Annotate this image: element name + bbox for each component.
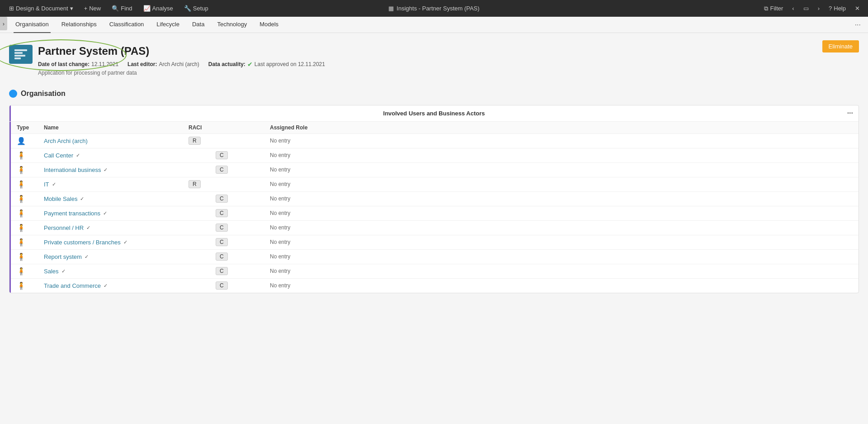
data-actuality: Data actuality: ✔ Last approved on 12.11… xyxy=(208,61,325,68)
close-icon: ✕ xyxy=(855,5,860,12)
name-link[interactable]: Private customers / Branches xyxy=(44,239,121,246)
type-cell: 🧍 xyxy=(17,166,44,174)
window-icon: ▭ xyxy=(803,5,809,12)
app-icon xyxy=(9,45,33,64)
table-more-button[interactable]: ··· xyxy=(847,109,853,117)
collapse-sidebar-button[interactable]: › xyxy=(0,17,7,30)
type-cell: 🧍 xyxy=(17,195,44,203)
icon-wrapper xyxy=(9,45,33,64)
role-cell: No entry xyxy=(270,181,851,187)
subnav-more-button[interactable]: ··· xyxy=(855,21,861,29)
filter-button[interactable]: ⧉ Filter xyxy=(760,0,787,17)
raci-badge: C xyxy=(216,252,228,261)
eliminate-btn[interactable]: Eliminate xyxy=(822,40,859,52)
window-button[interactable]: ▭ xyxy=(800,0,812,17)
table-row: 🧍 Payment transactions ✓ C No entry xyxy=(9,206,859,221)
name-link[interactable]: Report system xyxy=(44,253,82,260)
svg-rect-3 xyxy=(14,57,21,59)
group-icon: 🧍 xyxy=(17,282,26,290)
involved-users-table-card: Involved Users and Business Actors ··· T… xyxy=(9,105,859,293)
group-icon: 🧍 xyxy=(17,238,26,246)
tab-organisation[interactable]: Organisation xyxy=(14,17,51,33)
table-card-header: Involved Users and Business Actors ··· xyxy=(9,105,859,122)
type-cell: 🧍 xyxy=(17,252,44,261)
topbar-left: ⊞ Design & Document ▾ + New 🔍 Find 📈 Ana… xyxy=(5,0,213,17)
table-row: 🧍 Report system ✓ C No entry xyxy=(9,250,859,264)
tab-models[interactable]: Models xyxy=(258,17,280,33)
eliminate-button[interactable]: Eliminate xyxy=(822,45,859,52)
name-link[interactable]: Payment transactions xyxy=(44,210,100,217)
date-value: 12.11.2021 xyxy=(91,61,118,67)
name-cell: Arch Archi (arch) xyxy=(44,138,189,144)
role-cell: No entry xyxy=(270,195,851,202)
type-cell: 🧍 xyxy=(17,224,44,232)
table-row: 🧍 Call Center ✓ C No entry xyxy=(9,148,859,163)
close-button[interactable]: ✕ xyxy=(851,0,863,17)
role-cell: No entry xyxy=(270,152,851,158)
role-cell: No entry xyxy=(270,282,851,289)
raci-cell: R xyxy=(189,137,270,145)
type-cell: 🧍 xyxy=(17,267,44,276)
tab-relationships[interactable]: Relationships xyxy=(60,17,99,33)
setup-label: Setup xyxy=(193,5,208,12)
header-text-block: Partner System (PAS) Date of last change… xyxy=(38,45,325,76)
tab-data[interactable]: Data xyxy=(190,17,206,33)
role-cell: No entry xyxy=(270,138,851,144)
raci-cell: C xyxy=(189,151,270,159)
role-cell: No entry xyxy=(270,253,851,260)
checkmark-icon: ✓ xyxy=(52,181,56,187)
topbar: ⊞ Design & Document ▾ + New 🔍 Find 📈 Ana… xyxy=(0,0,868,17)
brand-menu[interactable]: ⊞ Design & Document ▾ xyxy=(5,0,78,17)
center-icon: ▦ xyxy=(388,5,394,12)
brand-label: Design & Document xyxy=(16,5,68,12)
name-link[interactable]: Sales xyxy=(44,268,59,275)
checkmark-icon: ✓ xyxy=(76,152,80,158)
raci-cell: C xyxy=(189,166,270,174)
section-dot xyxy=(9,90,17,98)
name-link[interactable]: Call Center xyxy=(44,152,73,159)
main-content: Partner System (PAS) Date of last change… xyxy=(0,33,868,424)
name-cell: Trade and Commerce ✓ xyxy=(44,282,189,289)
tab-lifecycle[interactable]: Lifecycle xyxy=(155,17,181,33)
prev-button[interactable]: ‹ xyxy=(788,0,797,17)
checkmark-icon: ✓ xyxy=(104,283,108,289)
table-left-accent xyxy=(9,105,11,293)
raci-badge: R xyxy=(189,180,201,188)
help-icon: ? xyxy=(829,5,832,12)
raci-cell: C xyxy=(189,252,270,261)
next-icon: › xyxy=(818,5,820,12)
name-link[interactable]: Arch Archi (arch) xyxy=(44,138,88,144)
name-link[interactable]: Mobile Sales xyxy=(44,195,77,202)
find-button[interactable]: 🔍 Find xyxy=(107,0,137,17)
actuality-value: Last approved on 12.11.2021 xyxy=(255,61,325,67)
tab-classification[interactable]: Classification xyxy=(108,17,146,33)
setup-button[interactable]: 🔧 Setup xyxy=(179,0,213,17)
name-cell: IT ✓ xyxy=(44,181,189,188)
checkmark-icon: ✓ xyxy=(123,239,127,245)
new-button[interactable]: + New xyxy=(80,0,106,17)
table-row: 🧍 Trade and Commerce ✓ C No entry xyxy=(9,279,859,293)
date-label: Date of last change: xyxy=(38,61,90,67)
tab-technology[interactable]: Technology xyxy=(215,17,249,33)
name-cell: International business ✓ xyxy=(44,167,189,173)
help-button[interactable]: ? Help xyxy=(825,0,849,17)
page-title: Partner System (PAS) xyxy=(38,45,325,58)
topbar-center-title: ▦ Insights - Partner System (PAS) xyxy=(388,5,479,12)
analyse-label: Analyse xyxy=(152,5,173,12)
col-raci: RACI xyxy=(189,124,270,131)
editor-label: Last editor: xyxy=(127,61,157,67)
next-button[interactable]: › xyxy=(814,0,823,17)
type-cell: 🧍 xyxy=(17,281,44,290)
name-link[interactable]: Personnel / HR xyxy=(44,224,84,231)
svg-rect-1 xyxy=(14,52,23,54)
name-link[interactable]: International business xyxy=(44,167,101,173)
organisation-section-header: Organisation xyxy=(9,90,859,98)
raci-cell: C xyxy=(189,209,270,217)
table-title: Involved Users and Business Actors xyxy=(383,110,485,117)
name-link[interactable]: Trade and Commerce xyxy=(44,282,101,289)
analyse-icon: 📈 xyxy=(143,5,151,12)
analyse-button[interactable]: 📈 Analyse xyxy=(139,0,178,17)
col-type: Type xyxy=(17,124,44,131)
header-description: Application for processing of partner da… xyxy=(38,70,325,76)
name-link[interactable]: IT xyxy=(44,181,49,188)
